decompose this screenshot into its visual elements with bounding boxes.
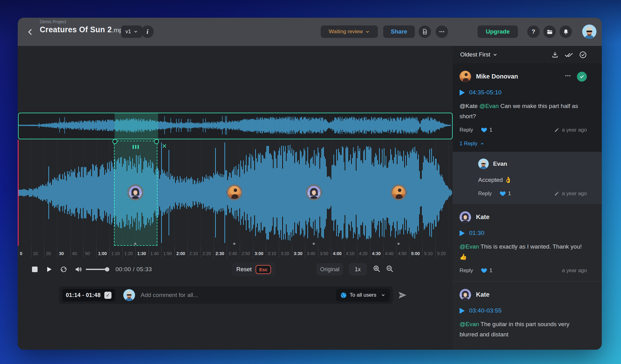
comment-timestamp[interactable]: 04:35-05:10	[460, 89, 587, 96]
volume-knob[interactable]	[105, 267, 109, 272]
help-button[interactable]: ?	[527, 25, 540, 38]
check-icon	[579, 74, 584, 79]
file-code-button[interactable]	[419, 25, 431, 38]
comment-author: Mike Donovan	[476, 73, 518, 80]
info-button[interactable]: i	[141, 25, 154, 38]
play-button[interactable]	[45, 266, 53, 273]
commenter-avatar	[123, 289, 135, 301]
reply-button[interactable]: Reply	[478, 191, 492, 197]
notifications-button[interactable]	[560, 25, 572, 38]
comment-timestamp[interactable]: 01:30	[460, 230, 587, 236]
selection-handle-left[interactable]	[112, 139, 117, 144]
comment-timestamp[interactable]: 03:40-03:55	[460, 307, 587, 314]
bell-icon	[563, 29, 569, 35]
comment-item: Kate 01:30 @Evan This is exactly as I wa…	[453, 204, 602, 281]
more-button[interactable]	[436, 25, 448, 38]
comment-text: @Evan The guitar in this part sounds ver…	[460, 319, 587, 339]
send-icon	[398, 290, 407, 300]
send-comment-button[interactable]	[398, 290, 407, 300]
playback-speed-button[interactable]: 1x	[349, 263, 367, 276]
esc-key-badge: Esc	[256, 265, 271, 274]
waveform-comment-marker[interactable]	[127, 184, 143, 200]
comment-age: a year ago	[554, 191, 587, 197]
timeline-ruler[interactable]: 010203040501:001:101:201:301:401:502:002…	[18, 246, 452, 258]
comment-timerange-chip[interactable]: 01:14 - 01:48 ✓	[62, 289, 115, 301]
transport-bar: 00:00 / 05:33 Reset Esc Original 1x	[18, 260, 453, 279]
reply-button[interactable]: Reply	[460, 127, 473, 133]
comments-sidebar: Oldest First Mike Donovan 04:35-05:10 @K…	[453, 46, 602, 350]
ellipsis-icon	[564, 72, 571, 79]
ellipsis-icon	[439, 29, 445, 35]
share-button[interactable]: Share	[383, 25, 415, 38]
mark-all-read-button[interactable]	[565, 51, 573, 59]
loop-button[interactable]	[60, 265, 68, 273]
edited-pencil-icon	[554, 191, 560, 196]
sort-dropdown[interactable]: Oldest First	[460, 51, 497, 58]
avatar	[460, 211, 471, 223]
play-icon	[45, 266, 53, 273]
stop-icon	[31, 266, 39, 273]
comment-age: a year ago	[554, 127, 587, 133]
edited-pencil-icon	[554, 127, 560, 133]
volume-button[interactable]	[75, 265, 83, 273]
like-button[interactable]: 1	[481, 127, 492, 133]
avatar	[460, 289, 471, 300]
comments-list: Mike Donovan 04:35-05:10 @Kate @Evan Can…	[453, 63, 602, 346]
zoom-in-button[interactable]	[372, 264, 381, 273]
chevron-down-icon	[493, 52, 497, 57]
comment-more-button[interactable]	[564, 72, 571, 81]
stop-button[interactable]	[31, 266, 39, 273]
user-avatar[interactable]	[582, 25, 596, 39]
selection-grip[interactable]	[133, 145, 139, 149]
comment-author: Kate	[476, 213, 489, 221]
status-dropdown[interactable]: Waiting review	[321, 25, 378, 38]
time-display: 00:00 / 05:33	[116, 266, 152, 273]
waveform-comment-marker[interactable]	[391, 184, 407, 200]
reset-button[interactable]: Reset Esc	[232, 263, 275, 276]
heart-icon	[481, 127, 487, 133]
version-dropdown[interactable]: v1	[121, 25, 142, 38]
playhead[interactable]	[18, 140, 19, 246]
comment-reply: Evan Accepted 👌 Reply 1 a year ago	[453, 152, 602, 204]
projects-button[interactable]	[543, 25, 556, 38]
comment-input[interactable]	[140, 291, 336, 299]
minimap[interactable]	[18, 113, 453, 139]
reply-button[interactable]: Reply	[460, 267, 473, 274]
volume-slider[interactable]	[86, 269, 109, 270]
folder-icon	[546, 29, 553, 35]
heart-icon	[481, 267, 487, 274]
comment-item: Mike Donovan 04:35-05:10 @Kate @Evan Can…	[453, 63, 602, 152]
loop-icon	[60, 265, 68, 273]
chevron-left-icon	[26, 28, 34, 36]
speaker-icon	[75, 265, 83, 273]
back-button[interactable]	[24, 26, 36, 38]
zoom-out-button[interactable]	[385, 264, 394, 273]
download-comments-button[interactable]	[551, 51, 559, 58]
comment-item: Kate 03:40-03:55 @Evan The guitar in thi…	[453, 281, 602, 346]
waveform-panel: ✕ 010203040501:001:101:201:301:401:502:0…	[18, 46, 453, 350]
double-check-icon	[565, 51, 573, 59]
waveform-comment-marker[interactable]	[306, 184, 322, 200]
timerange-checkbox[interactable]: ✓	[104, 292, 111, 299]
like-button[interactable]: 1	[481, 267, 492, 274]
comment-anchor-dot[interactable]	[134, 243, 136, 245]
selection-close-icon[interactable]: ✕	[162, 143, 167, 149]
app-header: Demo Project Creatures Of Sun 2.mp3 v1 i…	[18, 18, 602, 46]
replies-toggle[interactable]: 1 Reply	[460, 134, 587, 152]
breadcrumb[interactable]: Demo Project	[40, 19, 127, 24]
comment-text: @Kate @Evan Can we make this part half a…	[460, 101, 587, 121]
globe-icon	[340, 292, 347, 299]
download-icon	[551, 51, 559, 58]
original-version-button[interactable]: Original	[316, 263, 343, 276]
like-button[interactable]: 1	[500, 191, 511, 197]
upgrade-button[interactable]: Upgrade	[478, 25, 518, 38]
waveform-comment-marker[interactable]	[226, 184, 243, 200]
heart-icon	[500, 191, 506, 197]
resolved-badge[interactable]	[577, 72, 587, 82]
comment-play-icon	[460, 308, 465, 314]
selection-handle-right[interactable]	[154, 139, 159, 144]
audience-dropdown[interactable]: To all users	[336, 289, 390, 302]
reply-text: Accepted 👌	[478, 175, 587, 185]
minimap-selection[interactable]	[115, 113, 158, 139]
show-resolved-button[interactable]	[579, 51, 587, 59]
